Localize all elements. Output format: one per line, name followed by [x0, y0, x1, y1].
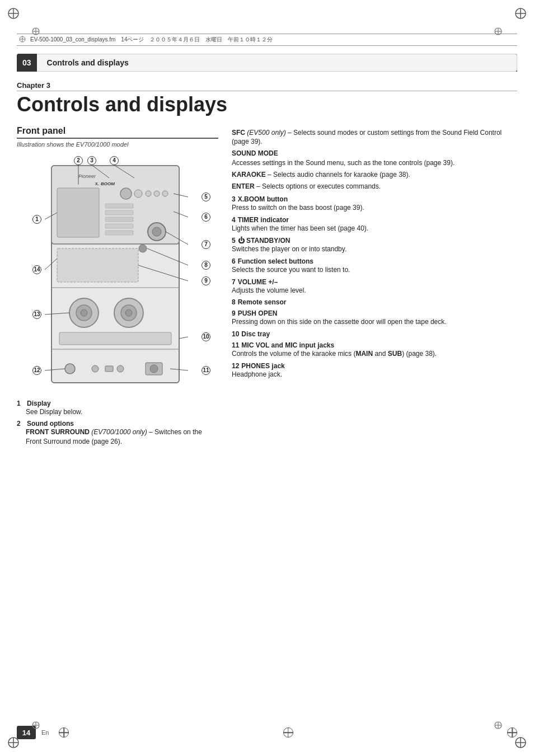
- item-8-num: 8: [232, 298, 236, 306]
- item-8-label: Remote sensor: [238, 298, 287, 306]
- item-2-sub-frontsurround: FRONT SURROUND (EV700/1000 only) – Switc…: [26, 428, 218, 447]
- item-2-num: 2: [17, 420, 25, 428]
- svg-point-46: [92, 365, 99, 372]
- svg-rect-28: [105, 210, 133, 215]
- item-12: 12 PHONES jack Headphone jack.: [232, 362, 517, 379]
- svg-rect-31: [105, 231, 133, 235]
- svg-point-34: [139, 245, 147, 252]
- item-12-num: 12: [232, 362, 239, 370]
- right-column: SFC (EV500 only) – Selects sound modes o…: [232, 126, 517, 700]
- item-4-num: 4: [232, 216, 236, 224]
- device-svg: Pioneer X. BOOM: [22, 153, 213, 394]
- header-bar: EV-500-1000_03_con_displays.fm 14ページ ２００…: [17, 34, 517, 46]
- callout-13: 13: [32, 310, 41, 319]
- item-2-label: Sound options: [27, 420, 74, 428]
- callout-12: 12: [32, 366, 41, 375]
- main-content: Chapter 3 Controls and displays Front pa…: [17, 81, 517, 700]
- item-11-num: 11: [232, 341, 239, 349]
- callout-3: 3: [87, 156, 96, 165]
- item-6-num: 6: [232, 257, 236, 265]
- item-9: 9 PUSH OPEN Pressing down on this side o…: [232, 309, 517, 327]
- two-column-layout: Front panel Illustration shows the EV700…: [17, 126, 517, 700]
- item-3: 3 X.BOOM button Press to switch on the b…: [232, 195, 517, 213]
- item-5-text: Switches the player on or into standby.: [232, 245, 517, 254]
- item-10-label: Disc tray: [241, 330, 270, 338]
- item-4-label: TIMER indicator: [238, 216, 289, 224]
- item-10: 10 Disc tray: [232, 330, 517, 338]
- callout-11: 11: [202, 366, 210, 375]
- callout-2: 2: [74, 156, 83, 165]
- bottom-left-crosshair: [31, 721, 40, 731]
- reg-mark-br: [513, 735, 528, 750]
- svg-point-22: [120, 188, 132, 199]
- reg-mark-bl: [6, 735, 21, 750]
- top-left-inner-crosshair: [31, 27, 40, 37]
- svg-point-24: [146, 191, 151, 196]
- svg-point-26: [162, 191, 168, 196]
- footer-center-mark: [74, 727, 497, 738]
- reg-mark-tl: [6, 6, 21, 21]
- item-11-label: MIC VOL and MIC input jacks: [241, 341, 334, 349]
- item-1-text: See Display below.: [26, 407, 218, 417]
- item-7-text: Adjusts the volume level.: [232, 286, 517, 295]
- item-1: 1 Display See Display below.: [17, 400, 218, 417]
- item-11: 11 MIC VOL and MIC input jacks Controls …: [232, 341, 517, 359]
- item-2-sfc: SFC (EV500 only) – Selects sound modes o…: [232, 128, 517, 191]
- svg-rect-43: [59, 332, 171, 345]
- callout-8: 8: [202, 261, 210, 270]
- svg-point-33: [152, 227, 161, 236]
- item-2: 2 Sound options FRONT SURROUND (EV700/10…: [17, 420, 218, 447]
- callout-4: 4: [110, 156, 119, 165]
- chapter-label: Chapter 3: [17, 81, 517, 90]
- item-10-num: 10: [232, 330, 239, 338]
- item-3-label: X.BOOM button: [238, 195, 288, 203]
- svg-rect-35: [57, 248, 138, 282]
- svg-point-50: [150, 365, 158, 373]
- front-panel-subtitle: Illustration shows the EV700/1000 model: [17, 141, 218, 148]
- section-title: Controls and displays: [37, 54, 517, 72]
- svg-point-25: [154, 191, 160, 196]
- item-4-text: Lights when the timer has been set (page…: [232, 224, 517, 233]
- item-3-text: Press to switch on the bass boost (page …: [232, 203, 517, 213]
- item-12-text: Headphone jack.: [232, 370, 517, 379]
- item-5-label: ⏻ STANDBY/ON: [238, 237, 291, 245]
- item-4: 4 TIMER indicator Lights when the timer …: [232, 216, 517, 233]
- reg-mark-tr: [513, 6, 528, 21]
- svg-point-23: [134, 190, 142, 198]
- device-illustration: 1 2 3 4 5 6 7 8 9 10 11: [22, 153, 213, 394]
- item-6-text: Selects the source you want to listen to…: [232, 265, 517, 275]
- item-9-num: 9: [232, 309, 236, 317]
- callout-14: 14: [32, 265, 41, 274]
- svg-point-39: [81, 309, 87, 316]
- callout-10: 10: [202, 332, 210, 341]
- item-11-text: Controls the volume of the karaoke mics …: [232, 349, 517, 359]
- callout-1: 1: [32, 215, 41, 224]
- footer-crosshair-icon: [59, 727, 69, 738]
- front-panel-title: Front panel: [17, 126, 218, 139]
- item-2-subitems: FRONT SURROUND (EV700/1000 only) – Switc…: [26, 428, 218, 447]
- item-1-label: Display: [27, 400, 51, 407]
- svg-rect-27: [105, 204, 133, 208]
- callout-7: 7: [202, 240, 210, 249]
- left-col-items: 1 Display See Display below. 2 Sound opt…: [17, 400, 218, 447]
- item-1-num: 1: [17, 400, 25, 407]
- svg-rect-30: [105, 224, 133, 228]
- left-column: Front panel Illustration shows the EV700…: [17, 126, 218, 700]
- page-lang: En: [41, 729, 49, 736]
- svg-line-60: [179, 337, 188, 339]
- footer: 14 En: [17, 726, 517, 739]
- item-5: 5 ⏻ STANDBY/ON Switches the player on or…: [232, 237, 517, 254]
- callout-6: 6: [202, 213, 210, 222]
- callout-5: 5: [202, 192, 210, 201]
- page-title: Controls and displays: [17, 93, 517, 116]
- svg-text:BOOM: BOOM: [101, 181, 115, 186]
- svg-rect-21: [57, 188, 99, 237]
- svg-point-42: [125, 309, 132, 316]
- item-3-num: 3: [232, 195, 236, 203]
- callout-9: 9: [202, 276, 210, 285]
- item-7-num: 7: [232, 278, 236, 286]
- svg-text:Pioneer: Pioneer: [78, 173, 96, 179]
- item-9-text: Pressing down on this side on the casset…: [232, 317, 517, 327]
- file-info: EV-500-1000_03_con_displays.fm 14ページ ２００…: [30, 36, 273, 44]
- item-5-num: 5: [232, 237, 236, 245]
